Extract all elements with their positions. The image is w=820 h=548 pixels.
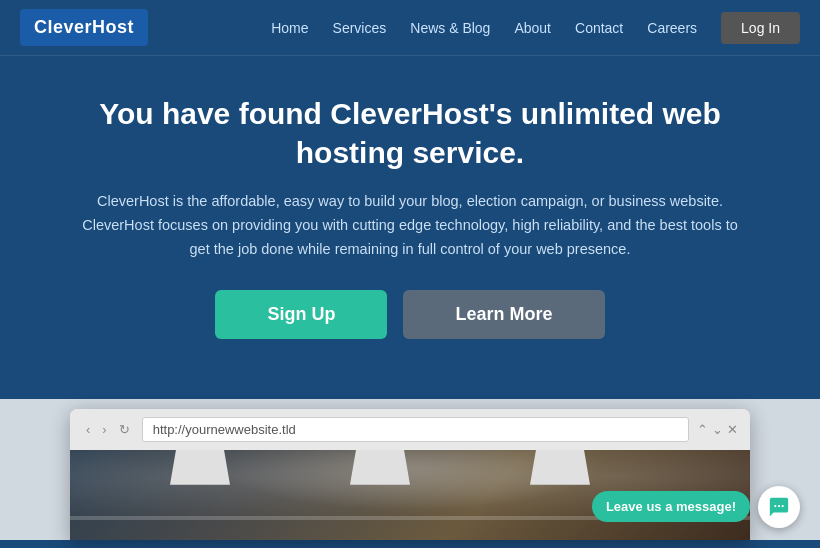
navbar: CleverHost Home Services News & Blog Abo… [0,0,820,56]
lamp-3 [530,450,590,500]
nav-about[interactable]: About [514,20,551,36]
browser-nav-controls: ⌃ ⌄ ✕ [697,422,738,437]
learnmore-button[interactable]: Learn More [403,290,604,339]
hero-buttons: Sign Up Learn More [80,290,740,339]
nav-contact[interactable]: Contact [575,20,623,36]
forward-button[interactable]: › [98,420,110,439]
signup-button[interactable]: Sign Up [215,290,387,339]
nav-home[interactable]: Home [271,20,308,36]
chat-icon[interactable] [758,486,800,528]
refresh-button[interactable]: ↻ [115,420,134,439]
back-button[interactable]: ‹ [82,420,94,439]
down-arrow-icon[interactable]: ⌄ [712,422,723,437]
hero-section: You have found CleverHost's unlimited we… [0,56,820,399]
close-icon[interactable]: ✕ [727,422,738,437]
hero-body: CleverHost is the affordable, easy way t… [80,190,740,262]
lamp-1 [170,450,230,500]
lamp-2 [350,450,410,500]
url-bar[interactable] [142,417,689,442]
svg-point-1 [778,505,780,507]
hero-headline: You have found CleverHost's unlimited we… [80,94,740,172]
nav-services[interactable]: Services [333,20,387,36]
nav-news-blog[interactable]: News & Blog [410,20,490,36]
chat-widget[interactable]: Leave us a message! [592,486,800,528]
nav-careers[interactable]: Careers [647,20,697,36]
logo[interactable]: CleverHost [20,9,148,46]
svg-point-0 [774,505,776,507]
nav-links: Home Services News & Blog About Contact … [271,12,800,44]
up-arrow-icon[interactable]: ⌃ [697,422,708,437]
browser-bar: ‹ › ↻ ⌃ ⌄ ✕ [70,409,750,450]
login-button[interactable]: Log In [721,12,800,44]
logo-text: CleverHost [34,17,134,38]
svg-point-2 [782,505,784,507]
browser-arrows: ‹ › ↻ [82,420,134,439]
chat-label[interactable]: Leave us a message! [592,491,750,522]
